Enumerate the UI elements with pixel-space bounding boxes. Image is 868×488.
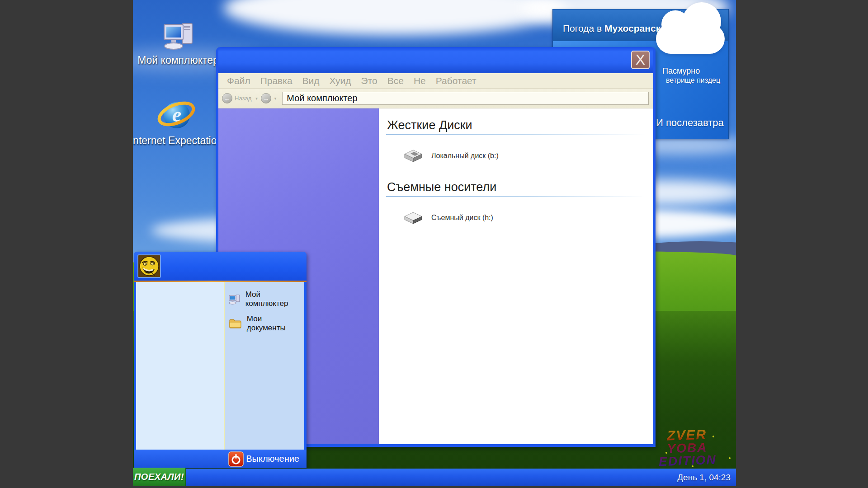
shutdown-button[interactable]: Выключение [228,451,299,467]
start-menu: Мой комплюктер Мои документы [134,252,307,468]
menu-item-file[interactable]: Файл [222,75,255,86]
cloud-decoration [223,0,567,35]
drive-label: Съемный диск (h:) [431,214,493,222]
back-button-label: Назад [235,95,251,102]
my-computer-icon [229,294,241,305]
section-title: Жесткие Диски [387,118,645,132]
trollface-icon [137,254,161,278]
drive-label: Локальный диск (b:) [431,152,499,160]
menu-item-8[interactable]: Работает [431,75,481,86]
shutdown-label: Выключение [246,454,299,464]
forward-dropdown-icon[interactable]: ▾ [274,96,277,101]
menu-bar: Файл Правка Вид Хуид Это Все Не Работает [218,73,653,89]
menu-item-5[interactable]: Это [356,75,382,86]
section-separator [386,134,645,135]
internet-explorer-icon: e [156,96,197,133]
taskbar-clock: День 1, 04:23 [677,469,731,486]
weather-forecast: И послезавтра [656,117,724,129]
drive-section-hard-disks: Жесткие Диски Локальный диск (b:) [386,118,645,163]
start-menu-item-my-computer[interactable]: Мой комплюктер [225,287,304,311]
desktop-icon-label: Internet Expectation [133,135,222,147]
explorer-file-pane: Жесткие Диски Локальный диск (b:) Съемны [379,108,653,444]
desktop-icon-internet-explorer[interactable]: e Internet Expectation [138,96,215,147]
menu-item-view[interactable]: Вид [297,75,325,86]
drive-item-removable-disk[interactable]: Съемный диск (h:) [402,211,645,225]
menu-item-edit[interactable]: Правка [255,75,297,86]
menu-item-7[interactable]: Не [409,75,431,86]
start-menu-item-label: Мои документы [247,314,302,333]
start-menu-columns: Мой комплюктер Мои документы [134,282,307,450]
desktop-icon-label: Мой комплюктер [137,54,219,66]
start-menu-left-column [136,282,225,450]
cloud-icon [656,24,725,54]
power-icon [228,451,244,467]
drive-item-local-disk[interactable]: Локальный диск (b:) [402,149,645,163]
start-button[interactable]: ПОЕХАЛИ! [133,468,186,486]
taskbar: ПОЕХАЛИ! День 1, 04:23 [133,469,736,486]
my-documents-folder-icon [229,318,242,329]
back-dropdown-icon[interactable]: ▾ [255,96,258,101]
section-separator [386,196,645,197]
address-bar[interactable]: Мой комплюктер [282,92,649,105]
start-menu-item-my-documents[interactable]: Мои документы [225,311,304,336]
start-menu-footer: Выключение [134,450,307,468]
my-computer-icon [160,21,196,52]
weather-title-prefix: Погода в [563,23,604,34]
start-button-label: ПОЕХАЛИ! [134,472,184,482]
close-button[interactable]: X [631,51,650,69]
drive-section-removable: Съемные носители Съемный диск (h:) [386,180,645,225]
desktop: ZVER YOBA EDITION Мой комплюктер [133,0,736,486]
start-menu-banner [134,252,307,281]
menu-item-4[interactable]: Хуид [325,75,356,86]
navigation-toolbar: ← Назад ▾ → ▾ Мой комплюктер [218,89,653,108]
weather-condition-detail: ветрище пиздец [666,76,720,84]
hard-disk-icon [402,149,424,163]
window-titlebar[interactable]: X [218,47,653,73]
back-arrow-icon[interactable]: ← [222,93,232,103]
forward-arrow-icon[interactable]: → [261,93,271,103]
weather-condition: Пасмурно [662,66,700,76]
menu-item-6[interactable]: Все [382,75,409,86]
desktop-icon-my-computer[interactable]: Мой комплюктер [140,21,217,66]
section-title: Съемные носители [387,180,645,194]
removable-disk-icon [402,211,424,225]
start-menu-right-column: Мой комплюктер Мои документы [225,282,304,450]
weather-title-city: Мухосранске [604,23,666,34]
start-menu-item-label: Мой комплюктер [245,290,302,308]
